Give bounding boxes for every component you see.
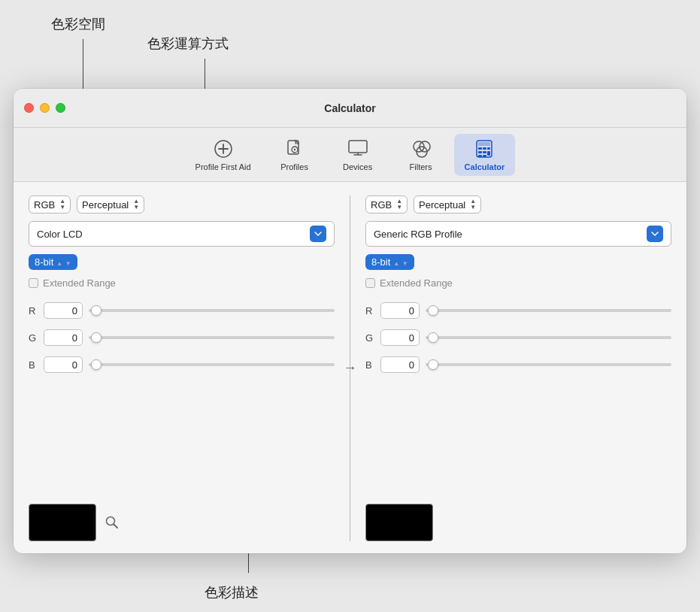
svg-rect-18 [483,151,486,153]
left-colorspace-select[interactable]: RGB ▲ ▼ [29,195,71,214]
svg-rect-13 [478,142,490,146]
left-panel: RGB ▲ ▼ Perceptual ▲ ▼ Color LCD [29,195,350,541]
toolbar-label-devices: Devices [343,162,372,171]
svg-rect-14 [478,147,482,150]
right-extended-range-row: Extended Range [365,277,671,289]
svg-line-23 [114,525,118,529]
right-r-slider[interactable] [426,309,671,312]
svg-rect-21 [483,155,486,157]
left-b-label: B [29,359,38,371]
left-b-input[interactable]: 0 [44,356,83,373]
monitor-icon [347,138,368,159]
left-r-input[interactable]: 0 [44,302,83,319]
right-bitdepth-row: 8-bit ▲ ▼ [365,254,671,270]
left-profile-select[interactable]: Color LCD [29,221,335,247]
right-r-label: R [365,305,374,317]
circles-icon [411,138,432,159]
colorspace-annotation: 色彩空間 [51,15,105,33]
right-g-input[interactable]: 0 [380,329,420,346]
left-b-slider[interactable] [89,363,335,366]
right-b-label: B [365,359,374,371]
right-swatch-row [365,489,671,541]
left-slider-r: R 0 [29,302,335,319]
plus-circle-icon [213,138,234,159]
toolbar-item-filters[interactable]: Filters [391,134,451,176]
left-slider-b: B 0 [29,356,335,373]
left-bitdepth-row: 8-bit ▲ ▼ [29,254,335,270]
right-panel: RGB ▲ ▼ Perceptual ▲ ▼ Generic RGB Profi… [350,195,671,541]
left-extended-range-label: Extended Range [43,277,116,289]
toolbar-item-calculator[interactable]: Calculator [454,134,516,176]
gear-page-icon [284,138,305,159]
right-extended-range-checkbox[interactable] [365,278,375,288]
toolbar-label-filters: Filters [410,162,432,171]
left-color-swatch [29,504,96,541]
toolbar-label-profiles: Profiles [280,162,308,171]
left-extended-range-checkbox[interactable] [29,278,38,288]
right-slider-section: R 0 G 0 [365,302,671,373]
colorop-annotation: 色彩運算方式 [147,35,229,53]
svg-rect-6 [349,141,367,153]
left-top-row: RGB ▲ ▼ Perceptual ▲ ▼ [29,195,335,214]
svg-point-22 [107,517,115,526]
svg-rect-15 [483,147,486,150]
right-slider-g: G 0 [365,329,671,346]
right-colorspace-select[interactable]: RGB ▲ ▼ [365,195,408,214]
traffic-lights [24,103,65,113]
left-swatch-row [29,489,335,541]
minimize-button[interactable] [40,103,50,113]
content-area: RGB ▲ ▼ Perceptual ▲ ▼ Color LCD [14,182,686,553]
right-g-label: G [365,332,374,344]
right-profile-select[interactable]: Generic RGB Profile [365,221,671,247]
colorspace-line [83,39,83,96]
svg-rect-20 [478,155,482,157]
right-color-swatch [365,504,433,541]
right-profile-chevron[interactable] [647,226,663,242]
svg-rect-19 [487,151,490,156]
left-r-label: R [29,305,38,317]
toolbar-item-profiles[interactable]: Profiles [265,134,325,176]
toolbar-label-calculator: Calculator [465,162,505,171]
magnifier-icon[interactable] [104,514,120,531]
left-g-slider[interactable] [89,336,335,339]
left-g-input[interactable]: 0 [44,329,83,346]
calculator-window: Calculator Profile First Aid [14,89,686,553]
colordesc-annotation: 色彩描述 [205,583,259,601]
right-slider-b: B 0 [365,356,671,373]
right-g-slider[interactable] [426,336,671,339]
toolbar-item-devices[interactable]: Devices [328,134,388,176]
window-title: Calculator [324,102,375,114]
right-bitdepth-select[interactable]: 8-bit ▲ ▼ [365,254,414,270]
left-colorop-select[interactable]: Perceptual ▲ ▼ [77,195,144,214]
right-top-row: RGB ▲ ▼ Perceptual ▲ ▼ [365,195,671,214]
right-colorop-select[interactable]: Perceptual ▲ ▼ [414,195,481,214]
left-slider-section: R 0 G 0 [29,302,335,373]
close-button[interactable] [24,103,34,113]
toolbar-item-profile-first-aid[interactable]: Profile First Aid [185,134,262,176]
right-slider-r: R 0 [365,302,671,319]
right-r-input[interactable]: 0 [380,302,420,319]
svg-rect-17 [478,151,482,153]
left-g-label: G [29,332,38,344]
titlebar: Calculator [14,89,686,128]
svg-rect-16 [487,147,490,150]
toolbar: Profile First Aid Profiles [14,128,686,182]
right-b-input[interactable]: 0 [380,356,420,373]
svg-point-5 [293,148,295,150]
left-profile-chevron[interactable] [310,226,326,242]
maximize-button[interactable] [56,103,65,113]
calculator-icon [474,138,495,159]
right-b-slider[interactable] [426,363,671,366]
right-extended-range-label: Extended Range [380,277,453,289]
left-slider-g: G 0 [29,329,335,346]
left-extended-range-row: Extended Range [29,277,335,289]
left-bitdepth-select[interactable]: 8-bit ▲ ▼ [29,254,77,270]
left-r-slider[interactable] [89,309,335,312]
toolbar-label-profile-first-aid: Profile First Aid [195,162,251,171]
